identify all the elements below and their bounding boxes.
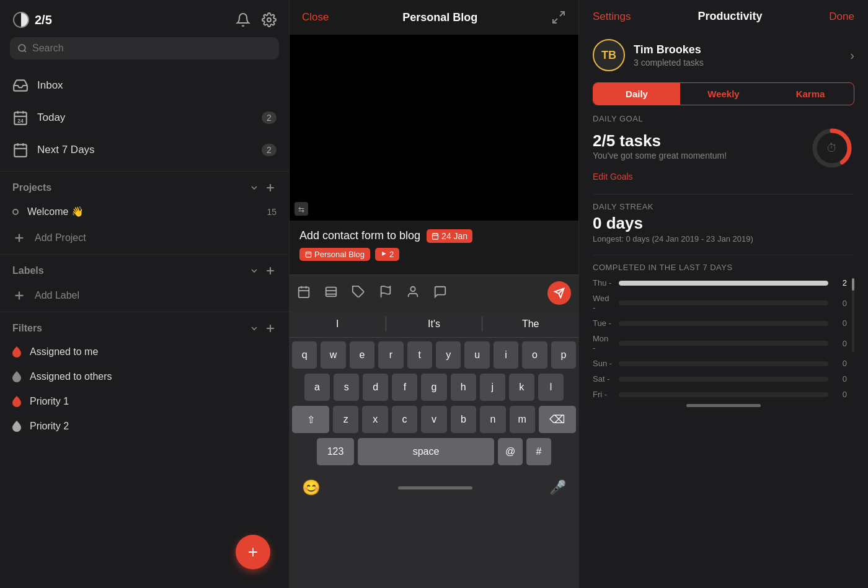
tag-project-icon	[305, 251, 312, 258]
key-o[interactable]: o	[522, 341, 547, 369]
key-t[interactable]: t	[407, 341, 432, 369]
key-e[interactable]: e	[350, 341, 374, 369]
chart-day-sat: Sat -	[593, 374, 613, 384]
add-label-button[interactable]: Add Label	[0, 282, 289, 309]
edit-goals-link[interactable]: Edit Goals	[593, 172, 854, 182]
key-shift[interactable]: ⇧	[292, 406, 329, 433]
key-s[interactable]: s	[334, 374, 359, 401]
chart-row-sun: Sun - 0	[593, 359, 847, 368]
filter-assigned-others[interactable]: Assigned to others	[0, 364, 289, 389]
suggestion-1[interactable]: I	[290, 316, 386, 332]
tab-weekly[interactable]: Weekly	[680, 83, 767, 105]
key-d[interactable]: d	[363, 374, 388, 401]
labels-section-header[interactable]: Labels	[0, 257, 289, 282]
key-v[interactable]: v	[421, 406, 446, 433]
key-u[interactable]: u	[464, 341, 489, 369]
key-w[interactable]: w	[321, 341, 345, 369]
sidebar-item-next7days[interactable]: Next 7 Days 2	[0, 134, 289, 166]
projects-section-header[interactable]: Projects	[0, 174, 289, 199]
key-at[interactable]: @	[498, 438, 523, 465]
key-j[interactable]: j	[480, 374, 505, 401]
middle-title: Personal Blog	[402, 11, 477, 24]
add-project-button[interactable]: Add Project	[0, 224, 289, 252]
key-n[interactable]: n	[480, 406, 505, 433]
key-space[interactable]: space	[358, 438, 494, 465]
projects-add-icon[interactable]	[264, 182, 277, 194]
svg-text:24: 24	[17, 118, 24, 124]
search-bar[interactable]	[10, 37, 279, 59]
user-row[interactable]: TB Tim Brookes 3 completed tasks ›	[579, 33, 868, 80]
filter-assigned-me[interactable]: Assigned to me	[0, 340, 289, 364]
daily-goal-subtitle: You've got some great momentum!	[593, 151, 727, 160]
key-m[interactable]: m	[510, 406, 535, 433]
key-g[interactable]: g	[421, 374, 446, 401]
key-r[interactable]: r	[378, 341, 403, 369]
daily-goal-section: Daily Goal 2/5 tasks You've got some gre…	[579, 114, 868, 191]
task-project-tag[interactable]: Personal Blog	[299, 248, 370, 261]
comment-toolbar-icon[interactable]	[433, 285, 447, 302]
person-toolbar-icon[interactable]	[406, 285, 420, 302]
suggestion-2[interactable]: It's	[386, 316, 482, 332]
key-x[interactable]: x	[362, 406, 388, 433]
key-k[interactable]: k	[509, 374, 534, 401]
key-a[interactable]: a	[304, 374, 330, 401]
key-y[interactable]: y	[436, 341, 461, 369]
middle-panel: Close Personal Blog ⇆ Add contact form t…	[290, 0, 579, 588]
key-p[interactable]: p	[551, 341, 576, 369]
key-123[interactable]: 123	[317, 438, 354, 465]
close-button[interactable]: Close	[302, 11, 329, 24]
labels-add-icon[interactable]	[264, 265, 277, 277]
done-button[interactable]: Done	[829, 11, 854, 23]
key-backspace[interactable]: ⌫	[539, 406, 576, 433]
emoji-button[interactable]: 😊	[302, 479, 321, 496]
key-h[interactable]: h	[451, 374, 476, 401]
tab-karma[interactable]: Karma	[767, 83, 854, 105]
user-name: Tim Brookes	[634, 43, 841, 56]
labels-title: Labels	[12, 265, 244, 276]
chart-count-thu: 2	[835, 278, 847, 287]
filters-add-icon[interactable]	[264, 322, 277, 335]
task-project-label: Personal Blog	[314, 250, 365, 259]
search-input[interactable]	[32, 43, 272, 54]
bell-icon[interactable]	[236, 12, 250, 27]
suggestion-3[interactable]: The	[482, 316, 578, 332]
settings-button[interactable]: Settings	[593, 11, 631, 23]
keyboard-row-3: ⇧ z x c v b n m ⌫	[292, 406, 576, 433]
filters-section-header[interactable]: Filters	[0, 315, 289, 340]
filter-priority2-label: Priority 2	[30, 421, 69, 432]
streak-section: Daily Streak 0 days Longest: 0 days (24 …	[579, 202, 868, 244]
microphone-button[interactable]: 🎤	[549, 480, 566, 496]
key-f[interactable]: f	[392, 374, 417, 401]
filter-priority2[interactable]: Priority 2	[0, 414, 289, 439]
key-i[interactable]: i	[494, 341, 518, 369]
chart-count-sat: 0	[835, 374, 847, 384]
expand-icon[interactable]	[551, 10, 566, 25]
key-hash[interactable]: #	[526, 438, 551, 465]
key-c[interactable]: c	[392, 406, 417, 433]
date-toolbar-icon[interactable]	[297, 285, 311, 302]
gear-icon[interactable]	[262, 12, 277, 27]
flag-toolbar-icon[interactable]	[379, 285, 392, 302]
tab-daily[interactable]: Daily	[593, 83, 680, 105]
chart-count-wed: 0	[835, 299, 847, 308]
key-l[interactable]: l	[538, 374, 564, 401]
chart-scrollbar[interactable]	[852, 278, 854, 353]
chart-day-tue: Tue -	[593, 318, 613, 328]
task-date-badge: 24 Jan	[427, 229, 472, 243]
project-welcome[interactable]: Welcome 👋 15	[0, 199, 289, 224]
sidebar-item-today[interactable]: 24 Today 2	[0, 102, 289, 134]
keyboard-area: I It's The q w e r t y u i o p a	[290, 311, 578, 588]
key-q[interactable]: q	[292, 341, 317, 369]
fab-add-button[interactable]: +	[236, 535, 270, 569]
list-toolbar-icon[interactable]	[324, 285, 338, 302]
sidebar-item-inbox[interactable]: Inbox	[0, 69, 289, 102]
filter-priority1[interactable]: Priority 1	[0, 389, 289, 414]
tag-toolbar-icon[interactable]	[352, 285, 365, 302]
chart-count-mon: 0	[835, 339, 847, 348]
send-button[interactable]	[547, 281, 571, 305]
user-info: Tim Brookes 3 completed tasks	[634, 43, 841, 68]
key-b[interactable]: b	[451, 406, 476, 433]
key-z[interactable]: z	[333, 406, 358, 433]
task-priority-tag[interactable]: 2	[375, 248, 399, 261]
streak-label: Daily Streak	[593, 202, 854, 211]
